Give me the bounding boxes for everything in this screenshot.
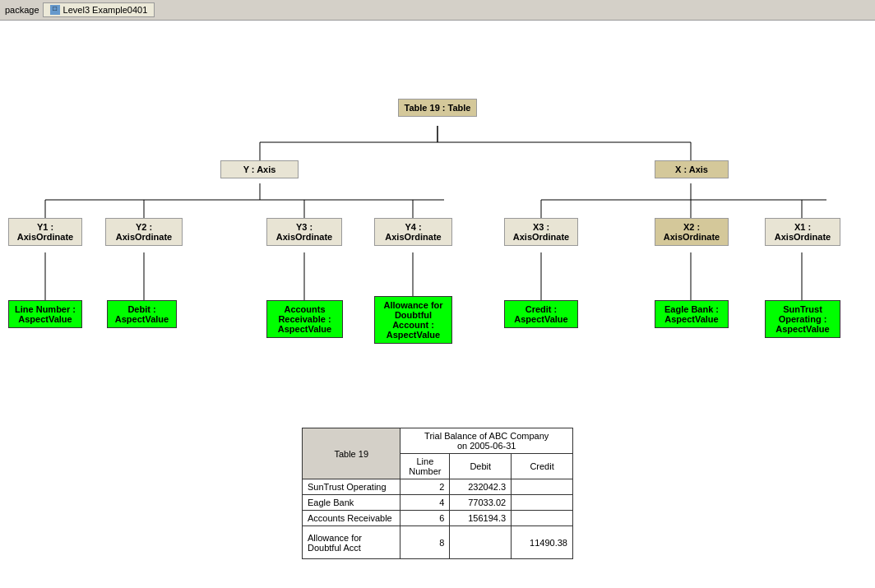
col-header-credit: Credit	[512, 454, 573, 479]
table-left-header: Table 19	[303, 428, 400, 479]
diagram-area: Table 19 : Table Y : Axis X : Axis Y1 : …	[0, 21, 875, 424]
node-val-x3[interactable]: Credit : AspectValue	[504, 300, 578, 328]
node-x3[interactable]: X3 : AxisOrdinate	[504, 218, 578, 246]
row-debit-3	[450, 526, 512, 559]
node-x-axis[interactable]: X : Axis	[655, 160, 729, 178]
node-x2[interactable]: X2 : AxisOrdinate	[655, 218, 729, 246]
data-table: Table 19 Trial Balance of ABC Company on…	[302, 428, 573, 559]
node-y1[interactable]: Y1 : AxisOrdinate	[8, 218, 82, 246]
row-credit-1	[512, 495, 573, 511]
node-val-y4[interactable]: Allowance for Doubtful Account : AspectV…	[374, 296, 452, 344]
node-val-x1[interactable]: SunTrust Operating : AspectValue	[765, 300, 840, 338]
node-y-axis[interactable]: Y : Axis	[220, 160, 299, 178]
row-label-2: Accounts Receivable	[303, 511, 400, 526]
col-header-debit: Debit	[450, 454, 512, 479]
row-num-2: 6	[400, 511, 450, 526]
col-header-line: LineNumber	[400, 454, 450, 479]
table-row: SunTrust Operating 2 232042.3	[303, 479, 573, 495]
table-row: Eagle Bank 4 77033.02	[303, 495, 573, 511]
header-tab[interactable]: □ Level3 Example0401	[43, 2, 155, 17]
row-label-1: Eagle Bank	[303, 495, 400, 511]
node-table19[interactable]: Table 19 : Table	[398, 99, 477, 117]
row-debit-0: 232042.3	[450, 479, 512, 495]
row-credit-2	[512, 511, 573, 526]
node-y3[interactable]: Y3 : AxisOrdinate	[266, 218, 342, 246]
row-label-3: Allowance forDoubtful Acct	[303, 526, 400, 559]
row-num-3: 8	[400, 526, 450, 559]
row-num-0: 2	[400, 479, 450, 495]
node-y4[interactable]: Y4 : AxisOrdinate	[374, 218, 452, 246]
tab-icon: □	[50, 5, 60, 15]
row-label-0: SunTrust Operating	[303, 479, 400, 495]
node-val-y1[interactable]: Line Number : AspectValue	[8, 300, 82, 328]
node-y2[interactable]: Y2 : AxisOrdinate	[105, 218, 183, 246]
node-x1[interactable]: X1 : AxisOrdinate	[765, 218, 840, 246]
node-val-y2[interactable]: Debit : AspectValue	[107, 300, 177, 328]
row-debit-1: 77033.02	[450, 495, 512, 511]
tab-label: Level3 Example0401	[63, 5, 148, 15]
row-num-1: 4	[400, 495, 450, 511]
table-row: Allowance forDoubtful Acct 8 11490.38	[303, 526, 573, 559]
row-credit-3: 11490.38	[512, 526, 573, 559]
table-row: Accounts Receivable 6 156194.3	[303, 511, 573, 526]
node-val-x2[interactable]: Eagle Bank : AspectValue	[655, 300, 729, 328]
header-bar: package □ Level3 Example0401	[0, 0, 875, 21]
package-label: package	[5, 5, 39, 15]
row-credit-0	[512, 479, 573, 495]
node-val-y3[interactable]: Accounts Receivable : AspectValue	[266, 300, 343, 338]
table-title: Trial Balance of ABC Company on 2005-06-…	[400, 428, 573, 454]
row-debit-2: 156194.3	[450, 511, 512, 526]
